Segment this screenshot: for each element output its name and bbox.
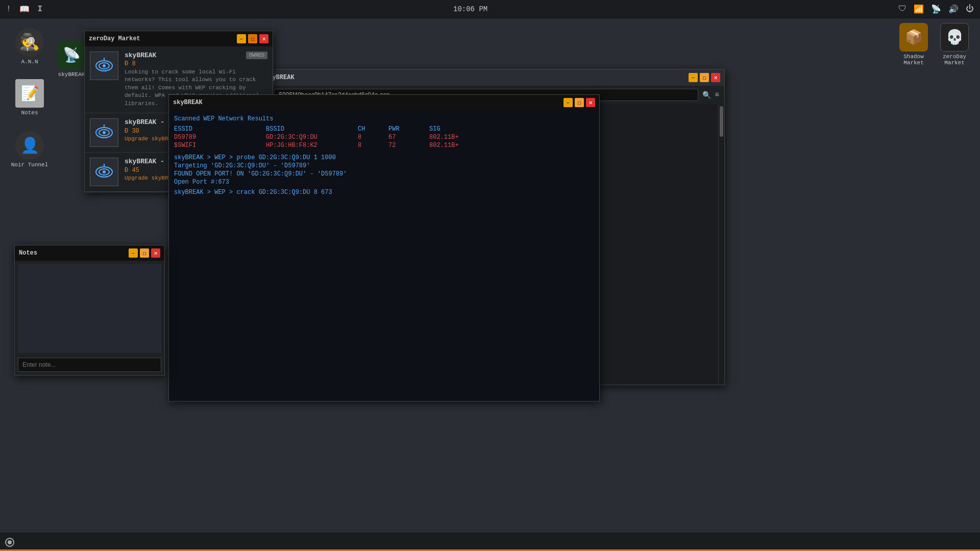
cmd-1: skyBREAK > WEP > probe GD:2G:3C:Q9:DU 1 … <box>174 154 594 161</box>
market-item-owned-badge: OWNED <box>246 52 267 59</box>
row1-bssid: GD:2G:3C:Q9:DU <box>266 134 358 141</box>
zerodaymarket-close[interactable]: ✕ <box>259 34 268 43</box>
signal-icon: 📡 <box>931 4 941 14</box>
browser-close[interactable]: ✕ <box>711 73 720 82</box>
taskbar-right: 🛡 📶 📡 🔊 ⏻ <box>898 4 974 14</box>
icon-label-skybreak: skyBREAK <box>58 71 85 78</box>
zerodaymarket-maximize[interactable]: □ <box>248 34 257 43</box>
svg-point-6 <box>103 131 106 134</box>
market-item-wpa2-title: skyBREAK - W <box>125 158 173 165</box>
browser-minimize[interactable]: − <box>689 73 698 82</box>
scrollbar-thumb[interactable] <box>720 106 723 137</box>
taskbar-icon-book[interactable]: 📖 <box>19 4 30 14</box>
col-header-pwr: PWR <box>388 126 429 133</box>
col-header-essid: ESSID <box>174 126 266 133</box>
skybreak-close[interactable]: ✕ <box>586 98 595 107</box>
taskbar-time: 10:06 PM <box>453 5 487 13</box>
market-item-price: Ð 8 <box>125 60 267 67</box>
row1-sig: 802.11B+ <box>429 134 459 141</box>
shield-icon: 🛡 <box>898 4 906 14</box>
browser-maximize[interactable]: □ <box>700 73 709 82</box>
output-3: Open Port #:673 <box>174 179 594 186</box>
icon-label-ann: A.N.N <box>21 59 38 65</box>
browser-scrollbar[interactable] <box>718 104 724 385</box>
row1-pwr: 67 <box>388 134 429 141</box>
market-item-icon-wpa <box>90 118 118 147</box>
skybreak-title: skyBREAK <box>173 99 203 106</box>
desktop-icon-shadow-market[interactable]: 📦 Shadow Market <box>893 23 934 66</box>
notes-textarea[interactable] <box>18 264 161 353</box>
icon-label-zeroday-market: zeroDay Market <box>934 54 975 66</box>
icon-label-noir-tunnel: Noir Tunnel <box>11 162 48 168</box>
browser-titlebar: skyBREAK − □ ✕ <box>261 69 724 86</box>
skybreak-controls: − □ ✕ <box>564 98 595 107</box>
market-item-icon-wpa2 <box>90 158 118 186</box>
icon-label-shadow-market: Shadow Market <box>893 54 934 66</box>
desktop-icon-zeroday-market[interactable]: 💀 zeroDay Market <box>934 23 975 66</box>
skybreak-terminal-window: skyBREAK − □ ✕ Scanned WEP Network Resul… <box>168 94 600 402</box>
row2-ch: 8 <box>358 142 388 149</box>
notes-title: Notes <box>19 249 37 257</box>
terminal-scan-header: Scanned WEP Network Results <box>174 115 594 122</box>
start-button[interactable] <box>5 538 14 547</box>
col-header-sig: SIG <box>429 126 440 133</box>
output-2: FOUND OPEN PORT! ON 'GD:2G:3C:Q9:DU' - '… <box>174 170 594 178</box>
row2-bssid: HP:JG:HB:F8:K2 <box>266 142 358 149</box>
row2-sig: 802.11B+ <box>429 142 459 149</box>
power-icon[interactable]: ⏻ <box>966 4 974 14</box>
output-1: Targeting 'GD:2G:3C:Q9:DU' - 'D59789' <box>174 162 594 169</box>
zerodaymarket-title: zeroDay Market <box>89 35 140 42</box>
zerodaymarket-titlebar: zeroDay Market − □ ✕ <box>85 31 273 46</box>
taskbar: ! 📖 I 10:06 PM 🛡 📶 📡 🔊 ⏻ <box>0 0 980 18</box>
market-item-title: skyBREAK <box>125 52 156 59</box>
wifi-icon: 📶 <box>914 4 924 14</box>
notes-controls: − □ ✕ <box>129 248 160 258</box>
skybreak-maximize[interactable]: □ <box>575 98 584 107</box>
browser-controls: − □ ✕ <box>689 73 720 82</box>
notes-maximize[interactable]: □ <box>140 248 149 258</box>
market-item-icon-skybreak <box>90 52 118 80</box>
notes-titlebar: Notes − □ ✕ <box>15 245 164 261</box>
row1-ch: 8 <box>358 134 388 141</box>
icon-label-notes: Notes <box>21 110 38 116</box>
start-dot <box>8 540 12 544</box>
zerodaymarket-minimize[interactable]: − <box>237 34 246 43</box>
desktop-icon-notes[interactable]: 📝 Notes <box>9 79 50 116</box>
bottom-taskbar <box>0 533 980 551</box>
terminal-body: Scanned WEP Network Results ESSID BSSID … <box>169 110 599 401</box>
notes-close[interactable]: ✕ <box>151 248 160 258</box>
skybreak-titlebar: skyBREAK − □ ✕ <box>169 95 599 110</box>
svg-point-2 <box>103 64 106 67</box>
zerodaymarket-controls: − □ ✕ <box>237 34 268 43</box>
desktop-icon-ann[interactable]: 🕵️ A.N.N <box>9 28 50 65</box>
notes-body <box>15 261 164 375</box>
menu-icon[interactable]: ≡ <box>715 91 719 99</box>
taskbar-icon-i[interactable]: I <box>38 5 43 14</box>
skybreak-minimize[interactable]: − <box>564 98 573 107</box>
col-header-ch: CH <box>358 126 388 133</box>
notes-window: Notes − □ ✕ <box>14 245 165 375</box>
row2-essid: $SWIFI <box>174 142 266 149</box>
row1-essid: D59789 <box>174 134 266 141</box>
svg-point-10 <box>103 170 106 173</box>
notes-minimize[interactable]: − <box>129 248 138 258</box>
desktop-icon-noir-tunnel[interactable]: 👤 Noir Tunnel <box>9 131 50 168</box>
row2-pwr: 72 <box>388 142 429 149</box>
market-item-wpa-title: skyBREAK - W <box>125 118 173 126</box>
col-header-bssid: BSSID <box>266 126 358 133</box>
taskbar-icon-1[interactable]: ! <box>6 5 11 14</box>
taskbar-left: ! 📖 I <box>6 4 42 14</box>
volume-icon: 🔊 <box>948 4 959 14</box>
cmd-2: skyBREAK > WEP > crack GD:2G:3C:Q9:DU 8 … <box>174 189 594 196</box>
notes-input[interactable] <box>18 358 161 372</box>
search-icon[interactable]: 🔍 <box>702 91 711 99</box>
